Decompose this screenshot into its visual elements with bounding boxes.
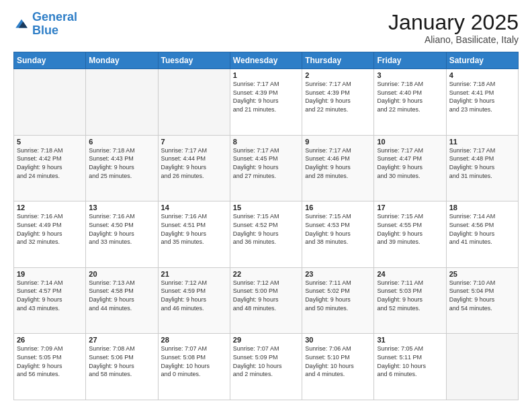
day-number: 9 [305, 138, 371, 146]
calendar-week-4: 26Sunrise: 7:09 AM Sunset: 5:05 PM Dayli… [14, 334, 519, 400]
day-info: Sunrise: 7:12 AM Sunset: 4:59 PM Dayligh… [161, 279, 227, 312]
day-info: Sunrise: 7:07 AM Sunset: 5:09 PM Dayligh… [233, 345, 299, 378]
day-number: 15 [233, 203, 299, 212]
day-info: Sunrise: 7:14 AM Sunset: 4:57 PM Dayligh… [17, 279, 83, 312]
calendar-table: Sunday Monday Tuesday Wednesday Thursday… [13, 52, 519, 400]
calendar-title: January 2025 [388, 11, 519, 34]
header-sunday: Sunday [14, 52, 86, 69]
header-friday: Friday [374, 52, 446, 69]
header-thursday: Thursday [302, 52, 374, 69]
day-info: Sunrise: 7:08 AM Sunset: 5:06 PM Dayligh… [89, 345, 154, 378]
day-number: 10 [377, 138, 443, 146]
day-info: Sunrise: 7:05 AM Sunset: 5:11 PM Dayligh… [377, 345, 443, 378]
calendar-cell-4-6 [446, 334, 518, 400]
calendar-cell-4-5: 31Sunrise: 7:05 AM Sunset: 5:11 PM Dayli… [374, 334, 446, 400]
calendar-cell-2-4: 16Sunrise: 7:15 AM Sunset: 4:53 PM Dayli… [302, 201, 374, 268]
day-info: Sunrise: 7:17 AM Sunset: 4:46 PM Dayligh… [305, 146, 371, 180]
day-info: Sunrise: 7:17 AM Sunset: 4:48 PM Dayligh… [449, 146, 515, 180]
calendar-cell-0-0 [14, 69, 86, 136]
calendar-week-1: 5Sunrise: 7:18 AM Sunset: 4:42 PM Daylig… [14, 135, 519, 201]
calendar-cell-2-0: 12Sunrise: 7:16 AM Sunset: 4:49 PM Dayli… [14, 201, 86, 268]
day-info: Sunrise: 7:06 AM Sunset: 5:10 PM Dayligh… [305, 345, 371, 378]
day-info: Sunrise: 7:17 AM Sunset: 4:47 PM Dayligh… [377, 146, 443, 180]
day-number: 12 [17, 203, 83, 212]
calendar-cell-1-6: 11Sunrise: 7:17 AM Sunset: 4:48 PM Dayli… [446, 135, 518, 201]
calendar-cell-1-2: 7Sunrise: 7:17 AM Sunset: 4:44 PM Daylig… [158, 135, 230, 201]
day-info: Sunrise: 7:17 AM Sunset: 4:39 PM Dayligh… [233, 80, 299, 113]
calendar-cell-1-1: 6Sunrise: 7:18 AM Sunset: 4:43 PM Daylig… [86, 135, 158, 201]
calendar-cell-1-5: 10Sunrise: 7:17 AM Sunset: 4:47 PM Dayli… [374, 135, 446, 201]
calendar-cell-3-6: 25Sunrise: 7:10 AM Sunset: 5:04 PM Dayli… [446, 267, 518, 334]
calendar-week-3: 19Sunrise: 7:14 AM Sunset: 4:57 PM Dayli… [14, 267, 519, 334]
header: GeneralBlue January 2025 Aliano, Basilic… [13, 11, 519, 45]
calendar-cell-1-0: 5Sunrise: 7:18 AM Sunset: 4:42 PM Daylig… [14, 135, 86, 201]
day-info: Sunrise: 7:10 AM Sunset: 5:04 PM Dayligh… [449, 279, 515, 312]
calendar-cell-2-6: 18Sunrise: 7:14 AM Sunset: 4:56 PM Dayli… [446, 201, 518, 268]
day-number: 25 [449, 270, 515, 278]
day-info: Sunrise: 7:14 AM Sunset: 4:56 PM Dayligh… [449, 212, 515, 246]
day-info: Sunrise: 7:17 AM Sunset: 4:45 PM Dayligh… [233, 146, 299, 180]
day-info: Sunrise: 7:15 AM Sunset: 4:52 PM Dayligh… [233, 212, 299, 246]
calendar-cell-4-0: 26Sunrise: 7:09 AM Sunset: 5:05 PM Dayli… [14, 334, 86, 400]
day-info: Sunrise: 7:15 AM Sunset: 4:53 PM Dayligh… [305, 212, 371, 246]
title-block: January 2025 Aliano, Basilicate, Italy [388, 11, 519, 45]
day-info: Sunrise: 7:11 AM Sunset: 5:03 PM Dayligh… [377, 279, 443, 312]
day-number: 28 [161, 336, 227, 344]
day-number: 3 [377, 71, 443, 79]
header-wednesday: Wednesday [230, 52, 302, 69]
day-info: Sunrise: 7:16 AM Sunset: 4:51 PM Dayligh… [161, 212, 227, 246]
day-number: 24 [377, 270, 443, 278]
logo-name: GeneralBlue [32, 11, 77, 38]
header-tuesday: Tuesday [158, 52, 230, 69]
calendar-week-2: 12Sunrise: 7:16 AM Sunset: 4:49 PM Dayli… [14, 201, 519, 268]
day-info: Sunrise: 7:18 AM Sunset: 4:42 PM Dayligh… [17, 146, 83, 180]
calendar-cell-3-4: 23Sunrise: 7:11 AM Sunset: 5:02 PM Dayli… [302, 267, 374, 334]
day-info: Sunrise: 7:07 AM Sunset: 5:08 PM Dayligh… [161, 345, 227, 378]
day-number: 8 [233, 138, 299, 146]
calendar-cell-3-1: 20Sunrise: 7:13 AM Sunset: 4:58 PM Dayli… [86, 267, 158, 334]
calendar-cell-0-1 [86, 69, 158, 136]
days-header-row: Sunday Monday Tuesday Wednesday Thursday… [14, 52, 519, 69]
day-number: 16 [305, 203, 371, 212]
calendar-cell-4-4: 30Sunrise: 7:06 AM Sunset: 5:10 PM Dayli… [302, 334, 374, 400]
calendar-cell-3-5: 24Sunrise: 7:11 AM Sunset: 5:03 PM Dayli… [374, 267, 446, 334]
day-info: Sunrise: 7:17 AM Sunset: 4:44 PM Dayligh… [161, 146, 227, 180]
day-number: 4 [449, 71, 515, 79]
calendar-cell-1-4: 9Sunrise: 7:17 AM Sunset: 4:46 PM Daylig… [302, 135, 374, 201]
calendar-cell-0-4: 2Sunrise: 7:17 AM Sunset: 4:39 PM Daylig… [302, 69, 374, 136]
calendar-cell-3-0: 19Sunrise: 7:14 AM Sunset: 4:57 PM Dayli… [14, 267, 86, 334]
calendar-cell-0-2 [158, 69, 230, 136]
calendar-cell-1-3: 8Sunrise: 7:17 AM Sunset: 4:45 PM Daylig… [230, 135, 302, 201]
day-info: Sunrise: 7:16 AM Sunset: 4:49 PM Dayligh… [17, 212, 83, 246]
day-number: 13 [89, 203, 154, 212]
page: GeneralBlue January 2025 Aliano, Basilic… [0, 0, 532, 411]
calendar-cell-2-5: 17Sunrise: 7:15 AM Sunset: 4:55 PM Dayli… [374, 201, 446, 268]
calendar-cell-3-3: 22Sunrise: 7:12 AM Sunset: 5:00 PM Dayli… [230, 267, 302, 334]
header-saturday: Saturday [446, 52, 518, 69]
day-number: 29 [233, 336, 299, 344]
calendar-cell-3-2: 21Sunrise: 7:12 AM Sunset: 4:59 PM Dayli… [158, 267, 230, 334]
calendar-cell-2-2: 14Sunrise: 7:16 AM Sunset: 4:51 PM Dayli… [158, 201, 230, 268]
calendar-cell-4-2: 28Sunrise: 7:07 AM Sunset: 5:08 PM Dayli… [158, 334, 230, 400]
day-number: 21 [161, 270, 227, 278]
calendar-cell-2-3: 15Sunrise: 7:15 AM Sunset: 4:52 PM Dayli… [230, 201, 302, 268]
calendar-week-0: 1Sunrise: 7:17 AM Sunset: 4:39 PM Daylig… [14, 69, 519, 136]
logo: GeneralBlue [13, 11, 77, 38]
day-number: 14 [161, 203, 227, 212]
day-number: 2 [305, 71, 371, 79]
calendar-cell-4-3: 29Sunrise: 7:07 AM Sunset: 5:09 PM Dayli… [230, 334, 302, 400]
day-number: 30 [305, 336, 371, 344]
day-number: 19 [17, 270, 83, 278]
calendar-subtitle: Aliano, Basilicate, Italy [388, 34, 519, 45]
day-number: 5 [17, 138, 83, 146]
day-number: 27 [89, 336, 154, 344]
logo-icon [13, 16, 30, 32]
day-info: Sunrise: 7:12 AM Sunset: 5:00 PM Dayligh… [233, 279, 299, 312]
day-info: Sunrise: 7:16 AM Sunset: 4:50 PM Dayligh… [89, 212, 154, 246]
day-number: 20 [89, 270, 154, 278]
day-number: 6 [89, 138, 154, 146]
day-number: 11 [449, 138, 515, 146]
day-info: Sunrise: 7:17 AM Sunset: 4:39 PM Dayligh… [305, 80, 371, 113]
calendar-cell-0-5: 3Sunrise: 7:18 AM Sunset: 4:40 PM Daylig… [374, 69, 446, 136]
day-number: 17 [377, 203, 443, 212]
